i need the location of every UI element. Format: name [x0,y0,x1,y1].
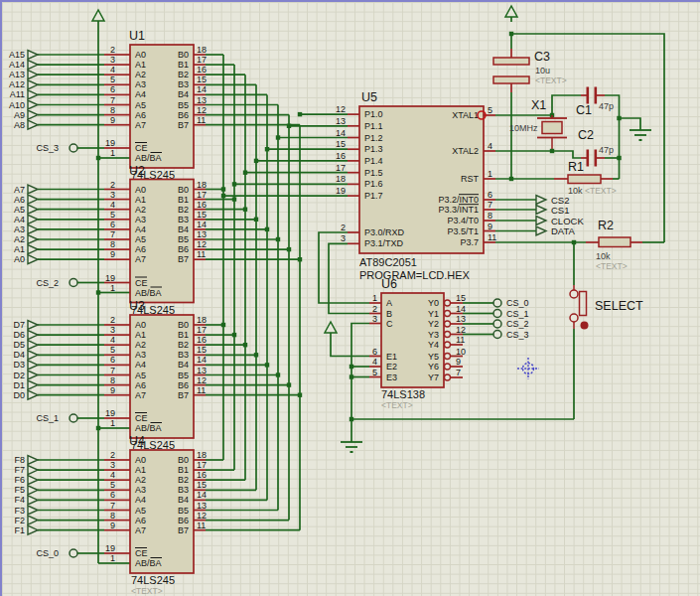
input-arrow-A13[interactable] [28,71,38,79]
pin-name: B0 [178,455,189,465]
input-arrow-F6[interactable] [28,476,38,485]
cap-C1[interactable] [595,87,598,104]
input-arrow-A3[interactable] [28,224,38,233]
input-arrow-D1[interactable] [28,380,38,389]
wire[interactable] [495,151,581,158]
junction-dot [254,159,258,163]
signal-label: A8 [14,120,25,130]
input-arrow-A12[interactable] [28,80,38,89]
input-arrow-F5[interactable] [28,486,38,495]
resistor-R1[interactable] [568,175,601,184]
crystal-X1[interactable] [542,122,562,134]
junction-dot [276,372,280,376]
chip-ref: U6 [381,277,397,291]
input-arrow-A1[interactable] [28,245,38,254]
input-arrow-D0[interactable] [28,390,38,399]
input-arrow-F3[interactable] [28,506,38,515]
pin-number: 3 [372,314,377,324]
pin-number: 8 [110,105,115,115]
cs-label: CS_1 [506,309,529,319]
input-arrow-F8[interactable] [28,456,38,465]
pin-name: A0 [135,185,146,195]
input-arrow-A9[interactable] [28,110,38,119]
pin-name: AB/BA [135,288,162,298]
chip-ref: U2 [129,164,145,178]
cap-C3[interactable] [493,58,529,65]
pin-name: A0 [135,320,146,330]
cap-C1[interactable] [587,87,590,104]
wire[interactable] [351,324,369,443]
terminal-CS_3[interactable] [493,331,501,339]
power-arrow-icon[interactable] [92,10,104,21]
power-arrow-icon[interactable] [325,322,337,333]
cap-C2[interactable] [595,150,598,167]
pin-number: 16 [197,65,207,74]
pin-number: 6 [110,355,115,365]
input-arrow-F2[interactable] [28,516,38,524]
ref-R1: R1 [568,160,584,174]
input-arrow-F4[interactable] [28,496,38,505]
pin-name: A1 [135,60,146,70]
input-arrow-A14[interactable] [28,61,38,70]
input-arrow-D3[interactable] [28,361,38,370]
wire[interactable] [331,338,369,357]
input-arrow-D2[interactable] [28,371,38,379]
output-arrow-CS2[interactable] [536,196,546,205]
input-arrow-A11[interactable] [28,90,38,99]
input-arrow-A8[interactable] [28,120,38,129]
input-arrow-F1[interactable] [28,525,38,534]
cap-C2[interactable] [587,150,590,167]
junction-dot [221,187,225,191]
input-arrow-D7[interactable] [28,321,38,330]
terminal-CS_0[interactable] [70,549,77,557]
input-arrow-A10[interactable] [28,100,38,109]
signal-label: A13 [9,70,25,79]
select-button-terminal[interactable] [570,290,578,298]
input-arrow-A6[interactable] [28,195,38,204]
input-arrow-A4[interactable] [28,215,38,224]
input-arrow-D5[interactable] [28,341,38,350]
terminal-CS_1[interactable] [70,414,77,422]
select-button[interactable] [580,292,587,316]
pin-number: 6 [488,190,492,200]
terminal-CS_3[interactable] [70,144,77,152]
pin-number: 18 [197,45,207,55]
output-arrow-CLOCK[interactable] [536,217,546,225]
terminal-CS_2[interactable] [70,279,77,287]
schematic-canvas[interactable]: A15218A14317A13416A12515A11614A10713A981… [0,0,700,596]
input-arrow-A15[interactable] [28,51,38,60]
pin-number: 4 [488,141,492,151]
input-arrow-F7[interactable] [28,466,38,475]
pin-number: 7 [110,95,115,105]
resistor-R2[interactable] [599,237,630,247]
signal-label: A1 [14,244,25,254]
pin-number: 7 [456,368,461,377]
pin-name: B6 [178,244,189,254]
cap-C3[interactable] [493,76,529,83]
output-arrow-CS1[interactable] [536,206,546,215]
pin-name: A6 [135,244,146,254]
pin-number: 16 [197,200,207,210]
input-arrow-A7[interactable] [28,185,38,194]
chip-footer: <TEXT> [381,400,413,410]
input-arrow-A5[interactable] [28,205,38,214]
output-arrow-DATA[interactable] [536,226,546,235]
pin-name: Y5 [428,352,439,362]
terminal-CS_2[interactable] [493,320,501,328]
pin-name: A4 [135,495,146,505]
input-arrow-A0[interactable] [28,255,38,264]
select-button-actuator[interactable] [581,322,589,330]
select-button-terminal[interactable] [570,314,578,322]
junction-dot [265,363,269,367]
pin-number: 1 [110,418,115,428]
pin-name: B1 [178,60,189,70]
terminal-CS_1[interactable] [493,310,501,318]
terminal-CS_0[interactable] [493,299,501,307]
signal-label: A6 [14,195,25,205]
power-arrow-icon[interactable] [505,6,517,17]
pin-name: A2 [135,70,146,79]
input-arrow-A2[interactable] [28,235,38,244]
input-arrow-D6[interactable] [28,331,38,340]
input-arrow-D4[interactable] [28,351,38,360]
wire[interactable] [620,118,641,130]
